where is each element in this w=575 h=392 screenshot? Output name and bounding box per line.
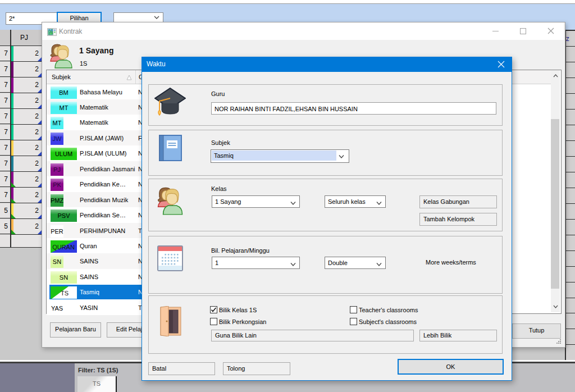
- svg-text:TS: TS: [61, 290, 69, 297]
- svg-text:QURAN: QURAN: [52, 244, 75, 250]
